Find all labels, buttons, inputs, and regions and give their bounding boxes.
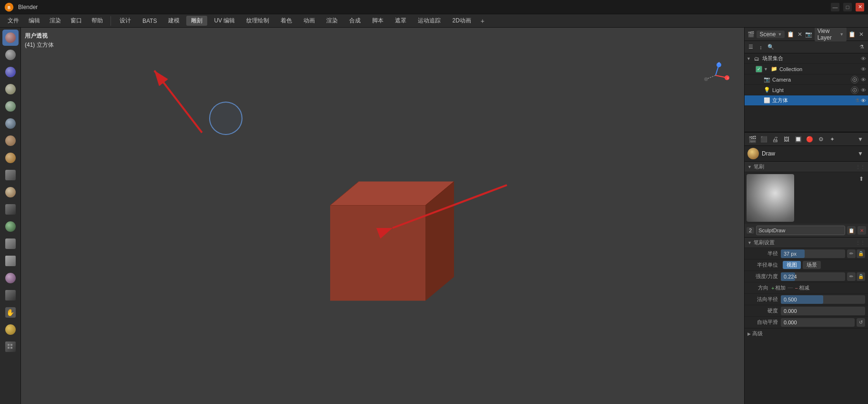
tool-snake[interactable] [2, 115, 19, 132]
menu-file[interactable]: 文件 [4, 16, 23, 26]
menu-help[interactable]: 帮助 [88, 16, 107, 26]
scene-type-icon[interactable]: 🎬 [747, 30, 755, 39]
tool-smooth[interactable] [2, 47, 19, 63]
brush-settings-menu[interactable]: ⋮⋮ [856, 240, 865, 245]
tool-hand[interactable]: ✋ [2, 304, 19, 321]
cube-eye-icon[interactable]: 👁 [861, 98, 866, 104]
props-particles-icon[interactable]: ✦ [828, 135, 837, 144]
direction-add[interactable]: + 相加 [771, 284, 786, 291]
outliner-collection-root[interactable]: ▼ 🗂 场景集合 👁 [745, 53, 868, 64]
tool-boundary[interactable] [2, 201, 19, 218]
camera-eye-icon[interactable]: 👁 [861, 77, 866, 83]
workspace-design[interactable]: 设计 [115, 16, 136, 26]
maximize-button[interactable]: □ [843, 3, 852, 11]
brush-section-menu[interactable]: ⋮⋮ [856, 164, 865, 169]
viewport[interactable]: 用户透视 (41) 立方体 [21, 28, 744, 404]
tool-cloth[interactable] [2, 218, 19, 235]
workspace-shading[interactable]: 着色 [276, 16, 297, 26]
brush-expand-icon[interactable]: ⬆ [857, 174, 866, 184]
tool-multires[interactable] [2, 167, 19, 183]
outliner-collection[interactable]: ✓ ▼ 📁 Collection 👁 [745, 64, 868, 74]
remove-scene-icon[interactable]: ✕ [796, 30, 803, 39]
radius-unit-view[interactable]: 视图 [783, 261, 801, 269]
new-view-layer-icon[interactable]: 📋 [848, 30, 856, 39]
cube-filter-icon[interactable]: ⚗ [855, 98, 859, 103]
tool-transform[interactable] [2, 321, 19, 338]
workspace-bats[interactable]: BATS [138, 17, 161, 25]
outliner-filter-btn[interactable]: ☰ [747, 43, 755, 52]
brush-delete-icon[interactable]: ✕ [858, 226, 866, 235]
brush-settings-header[interactable]: ▼ 笔刷设置 ⋮⋮ [745, 238, 868, 248]
outliner-search-btn[interactable]: 🔍 [767, 43, 775, 52]
tool-draw[interactable] [2, 30, 19, 46]
normal-radius-slider[interactable]: 0.500 [781, 295, 865, 304]
camera-render-icon[interactable] [851, 76, 858, 83]
outliner-light[interactable]: 💡 Light 👁 [745, 85, 868, 95]
auto-smooth-icon[interactable]: ↺ [857, 318, 865, 327]
strength-lock-icon[interactable]: 🔒 [857, 272, 865, 281]
props-view-icon[interactable]: 🖼 [782, 135, 791, 144]
menu-window[interactable]: 窗口 [67, 16, 86, 26]
light-eye-icon[interactable]: 👁 [861, 87, 866, 93]
direction-subtract[interactable]: − 相减 [795, 284, 809, 291]
outliner-sort-btn[interactable]: ↕ [757, 43, 765, 52]
props-mode-icon[interactable]: ⬛ [759, 135, 768, 144]
view-layer-selector[interactable]: View Layer ▼ [815, 28, 847, 41]
tool-pose[interactable] [2, 150, 19, 166]
strength-slider[interactable]: 0.224 [781, 272, 845, 281]
brush-name-input[interactable] [756, 226, 845, 235]
gizmo[interactable]: Z X [701, 61, 730, 90]
tool-trim[interactable] [2, 287, 19, 303]
tool-mask[interactable] [2, 253, 19, 269]
auto-smooth-slider[interactable]: 0.000 [781, 318, 855, 327]
workspace-rendering[interactable]: 渲染 [322, 16, 343, 26]
radius-unit-scene[interactable]: 场景 [803, 261, 821, 269]
workspace-texture[interactable]: 纹理绘制 [242, 16, 274, 26]
scene-selector[interactable]: Scene ▼ [757, 31, 785, 38]
outliner-camera[interactable]: 📷 Camera 👁 [745, 74, 868, 85]
advanced-section[interactable]: ▶ 高级 [745, 328, 868, 339]
props-render-icon[interactable]: 🎬 [747, 135, 757, 144]
props-world-icon[interactable]: 🔴 [805, 135, 814, 144]
workspace-sculpt[interactable]: 雕刻 [186, 16, 207, 26]
view-layer-icon[interactable]: 📷 [805, 30, 812, 39]
props-scene-icon[interactable]: 🔲 [793, 135, 803, 144]
tool-pinch[interactable] [2, 64, 19, 80]
tool-facesets[interactable] [2, 270, 19, 286]
radius-lock-icon[interactable]: 🔒 [857, 249, 865, 258]
light-data-icon[interactable] [851, 86, 858, 94]
add-workspace-button[interactable]: + [478, 16, 487, 26]
tool-elastic[interactable] [2, 184, 19, 200]
tool-thumb[interactable] [2, 133, 19, 149]
brush-copy-icon[interactable]: 📋 [847, 226, 856, 235]
radius-pressure-icon[interactable]: ✏ [847, 249, 856, 258]
workspace-compositing[interactable]: 合成 [344, 16, 365, 26]
workspace-2d[interactable]: 2D动画 [447, 16, 475, 26]
props-object-icon[interactable]: ⚙ [816, 135, 826, 144]
tool-simplify[interactable] [2, 236, 19, 252]
new-scene-icon[interactable]: 📋 [787, 30, 794, 39]
workspace-modeling[interactable]: 建模 [163, 16, 184, 26]
hardness-slider[interactable]: 0.000 [781, 307, 865, 315]
props-output-icon[interactable]: 🖨 [770, 135, 780, 144]
menu-render[interactable]: 渲染 [46, 16, 65, 26]
workspace-uv[interactable]: UV 编辑 [209, 16, 240, 26]
workspace-motion[interactable]: 运动追踪 [413, 16, 445, 26]
collection-eye-icon[interactable]: 👁 [861, 66, 866, 72]
scene-eye-icon[interactable]: 👁 [861, 56, 866, 62]
workspace-animation[interactable]: 动画 [299, 16, 320, 26]
close-button[interactable]: ✕ [856, 3, 864, 11]
brush-section-header[interactable]: ▼ 笔刷 ⋮⋮ [745, 162, 868, 172]
menu-edit[interactable]: 编辑 [25, 16, 44, 26]
workspace-mask[interactable]: 遮罩 [390, 16, 411, 26]
radius-slider[interactable]: 37 px [781, 249, 845, 258]
tool-grid[interactable] [2, 339, 19, 355]
tool-grab[interactable] [2, 98, 19, 114]
outliner-cube[interactable]: ⬜ 立方体 ⚗ 👁 [745, 95, 868, 106]
minimize-button[interactable]: — [831, 3, 839, 11]
workspace-scripting[interactable]: 脚本 [367, 16, 388, 26]
tool-inflate[interactable] [2, 81, 19, 97]
props-nav-down[interactable]: ▼ [856, 135, 865, 144]
collection-checkbox[interactable]: ✓ [756, 66, 762, 73]
strength-pressure-icon[interactable]: ✏ [847, 272, 856, 281]
